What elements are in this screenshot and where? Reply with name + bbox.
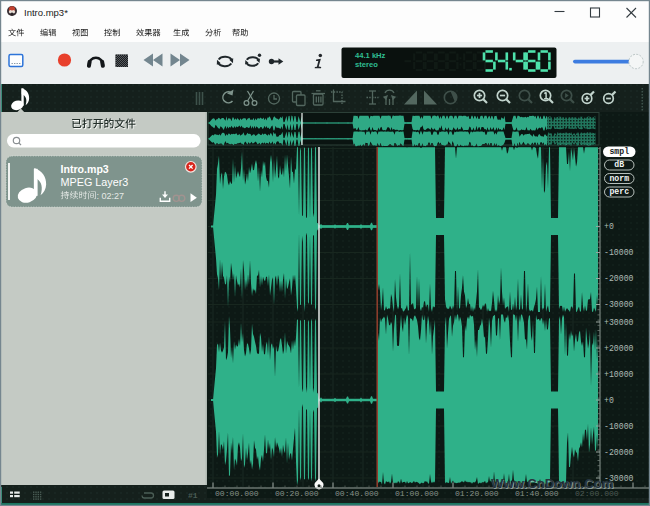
svg-text:norm: norm xyxy=(609,174,629,183)
svg-text:44.1 kHz: 44.1 kHz xyxy=(355,51,386,60)
svg-text:00:20.000: 00:20.000 xyxy=(275,489,319,498)
svg-text:Intro.mp3: Intro.mp3 xyxy=(61,163,109,175)
svg-text:Intro.mp3*: Intro.mp3* xyxy=(24,7,68,18)
svg-text:-20000: -20000 xyxy=(604,448,634,457)
svg-text:-30000: -30000 xyxy=(604,300,634,309)
svg-text:MPEG Layer3: MPEG Layer3 xyxy=(61,176,129,188)
svg-text:-10000: -10000 xyxy=(604,248,634,257)
svg-text:+30000: +30000 xyxy=(604,318,634,327)
svg-text:00:00.000: 00:00.000 xyxy=(215,489,259,498)
svg-text:-10000: -10000 xyxy=(604,422,634,431)
svg-text:+0: +0 xyxy=(604,396,614,405)
svg-text:#1: #1 xyxy=(188,491,198,500)
svg-text:+0: +0 xyxy=(604,222,614,231)
svg-text:dB: dB xyxy=(614,160,624,169)
svg-text:perc: perc xyxy=(609,187,629,196)
svg-text:: 02:27: : 02:27 xyxy=(97,191,125,201)
svg-text:Www.CnDown.Com: Www.CnDown.Com xyxy=(491,476,614,491)
svg-text:stereo: stereo xyxy=(355,60,378,69)
svg-text:00:40.000: 00:40.000 xyxy=(335,489,379,498)
svg-text:smpl: smpl xyxy=(609,147,629,156)
svg-text:+20000: +20000 xyxy=(604,344,634,353)
svg-text:-20000: -20000 xyxy=(604,274,634,283)
svg-text:01:00.000: 01:00.000 xyxy=(395,489,439,498)
svg-text:+10000: +10000 xyxy=(604,370,634,379)
